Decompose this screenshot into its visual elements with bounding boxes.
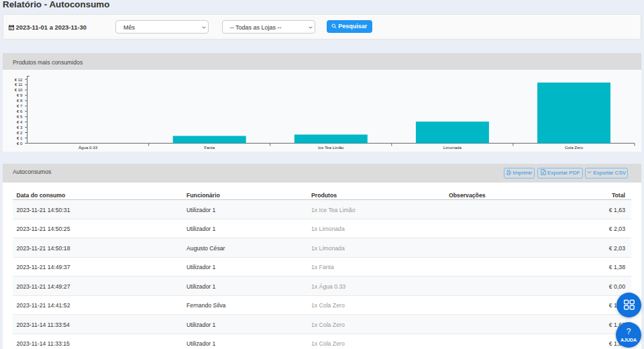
svg-text:€ 5: € 5 [17,114,23,119]
svg-text:Fanta: Fanta [204,144,215,149]
svg-text:€ 9: € 9 [17,93,23,97]
svg-text:€ 2: € 2 [17,130,23,134]
svg-text:€ 1: € 1 [17,135,23,140]
svg-text:Cola Zero: Cola Zero [565,144,584,149]
svg-text:€ 7: € 7 [17,103,23,108]
svg-text:€ 8: € 8 [17,98,23,103]
svg-text:€ 11: € 11 [15,82,23,87]
svg-text:Ice Tea Limão: Ice Tea Limão [318,144,344,149]
svg-text:Limonada: Limonada [443,144,462,149]
svg-text:€ 6: € 6 [17,109,23,113]
svg-text:Água 0.33: Água 0.33 [78,144,98,149]
svg-text:€ 4: € 4 [17,119,23,123]
svg-text:€ 10: € 10 [15,87,23,92]
svg-text:€ 0: € 0 [17,140,23,145]
svg-text:A: A [542,171,544,174]
svg-text:€ 3: € 3 [17,124,23,129]
svg-text:€ 12: € 12 [15,77,23,81]
